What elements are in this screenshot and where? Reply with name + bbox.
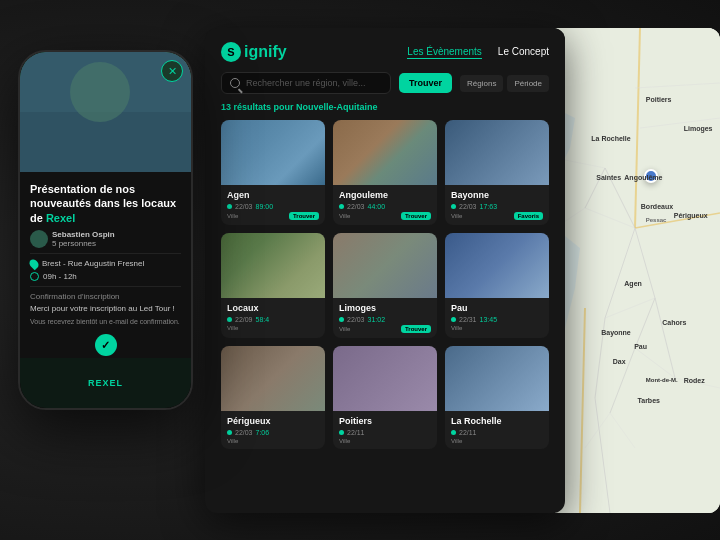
city-info-angouleme: Angouleme 22/03 44:00 Ville Trouver <box>333 185 437 225</box>
search-input-wrap[interactable]: Rechercher une région, ville... <box>221 72 391 94</box>
phone-content: Présentation de nos nouveautés dans les … <box>20 172 191 366</box>
map-label-pessac: Pessac <box>646 217 667 223</box>
map-label-angouleme: Angoulême <box>624 174 662 181</box>
city-name-pau: Pau <box>451 303 543 313</box>
city-card-pau[interactable]: Pau 22/31 13:45 Ville <box>445 233 549 338</box>
close-icon: ✕ <box>168 66 177 77</box>
city-image-agen <box>221 120 325 185</box>
phone-confirm-sub: Vous recevrez bientôt un e-mail de confi… <box>30 317 181 326</box>
city-row-poitiers: 22/11 <box>339 429 431 436</box>
city-type-larochelle: Ville <box>451 438 462 444</box>
map-label-tarbes: Tarbes <box>638 397 660 404</box>
phone-hero-image: ✕ <box>20 52 191 172</box>
city-date-angouleme: 22/03 <box>347 203 365 210</box>
city-type-bayonne: Ville <box>451 213 462 219</box>
city-card-limoges[interactable]: Limoges 22/03 31:02 Ville Trouver <box>333 233 437 338</box>
nav-item-concept[interactable]: Le Concept <box>498 46 549 59</box>
city-date-pau: 22/31 <box>459 316 477 323</box>
city-row-pau: 22/31 13:45 <box>451 316 543 323</box>
city-events-angouleme: 44:00 <box>368 203 386 210</box>
city-badge-agen[interactable]: Trouver <box>289 212 319 220</box>
city-row-perigueux: 22/03 7:06 <box>227 429 319 436</box>
presenter-info: Sebastien Ospin 5 personnes <box>52 230 115 248</box>
city-image-larochelle <box>445 346 549 411</box>
city-info-perigueux: Périgueux 22/03 7:06 Ville <box>221 411 325 449</box>
city-events-pau: 13:45 <box>480 316 498 323</box>
search-placeholder: Rechercher une région, ville... <box>246 78 366 88</box>
city-row-locaux: 22/09 58:4 <box>227 316 319 323</box>
city-info-locaux: Locaux 22/09 58:4 Ville <box>221 298 325 336</box>
city-date-limoges: 22/03 <box>347 316 365 323</box>
dot-icon <box>339 317 344 322</box>
results-info: 13 résultats pour Nouvelle-Aquitaine <box>205 102 565 120</box>
search-button[interactable]: Trouver <box>399 73 452 93</box>
city-events-limoges: 31:02 <box>368 316 386 323</box>
city-image-perigueux <box>221 346 325 411</box>
signify-panel: S ignify Les Évènements Le Concept Reche… <box>205 28 565 513</box>
phone-presenter: Sebastien Ospin 5 personnes <box>30 230 181 248</box>
city-card-larochelle[interactable]: La Rochelle 22/11 Ville <box>445 346 549 449</box>
check-circle: ✓ <box>95 334 117 356</box>
city-date-agen: 22/03 <box>235 203 253 210</box>
city-row-angouleme: 22/03 44:00 <box>339 203 431 210</box>
location-text: Brest - Rue Augustin Fresnel <box>42 259 144 268</box>
signify-nav: Les Évènements Le Concept <box>407 46 549 59</box>
phone-check: ✓ <box>30 334 181 356</box>
city-card-agen[interactable]: Agen 22/03 89:00 Ville Trouver <box>221 120 325 225</box>
search-bar: Rechercher une région, ville... Trouver … <box>205 72 565 102</box>
presenter-name: Sebastien Ospin <box>52 230 115 239</box>
phone-bottom-text: REXEL <box>88 378 123 388</box>
city-badge-bayonne[interactable]: Favoris <box>514 212 543 220</box>
map-label-mont: Mont-de-M. <box>646 377 678 383</box>
city-name-locaux: Locaux <box>227 303 319 313</box>
city-card-perigueux[interactable]: Périgueux 22/03 7:06 Ville <box>221 346 325 449</box>
map-label-cahors: Cahors <box>662 319 686 326</box>
city-badge-angouleme[interactable]: Trouver <box>401 212 431 220</box>
city-type-limoges: Ville <box>339 326 350 332</box>
map-label-dax: Dax <box>613 358 626 365</box>
map-label-poitiers: Poitiers <box>646 96 672 103</box>
phone-location: Brest - Rue Augustin Fresnel <box>30 259 181 269</box>
city-row-agen: 22/03 89:00 <box>227 203 319 210</box>
city-card-poitiers[interactable]: Poitiers 22/11 Ville <box>333 346 437 449</box>
city-name-agen: Agen <box>227 190 319 200</box>
filter-regions-button[interactable]: Régions <box>460 75 503 92</box>
city-card-bayonne[interactable]: Bayonne 22/03 17:63 Ville Favoris <box>445 120 549 225</box>
dot-icon <box>451 430 456 435</box>
city-name-perigueux: Périgueux <box>227 416 319 426</box>
nav-item-events[interactable]: Les Évènements <box>407 46 482 59</box>
city-date-bayonne: 22/03 <box>459 203 477 210</box>
results-prefix: 13 résultats pour <box>221 102 296 112</box>
presenter-role: 5 personnes <box>52 239 115 248</box>
city-name-limoges: Limoges <box>339 303 431 313</box>
dot-icon <box>339 204 344 209</box>
map-label-rodez: Rodez <box>684 377 705 384</box>
phone-mockup: ✕ Présentation de nos nouveautés dans le… <box>18 50 193 410</box>
city-card-angouleme[interactable]: Angouleme 22/03 44:00 Ville Trouver <box>333 120 437 225</box>
search-icon <box>230 78 240 88</box>
phone-close-button[interactable]: ✕ <box>161 60 183 82</box>
dot-icon <box>451 317 456 322</box>
city-image-bayonne <box>445 120 549 185</box>
phone-divider-1 <box>30 253 181 254</box>
city-type-pau: Ville <box>451 325 462 331</box>
city-type-agen: Ville <box>227 213 238 219</box>
signify-logo: S ignify <box>221 42 287 62</box>
phone-brand: Rexel <box>46 212 75 224</box>
results-region: Nouvelle-Aquitaine <box>296 102 378 112</box>
map-label-limoges: Limoges <box>684 125 713 132</box>
city-type-locaux: Ville <box>227 325 238 331</box>
check-icon: ✓ <box>101 339 110 352</box>
map-label-bayonne: Bayonne <box>601 329 631 336</box>
phone-bottom: REXEL <box>20 358 191 408</box>
dot-icon <box>227 317 232 322</box>
city-card-locaux[interactable]: Locaux 22/09 58:4 Ville <box>221 233 325 338</box>
logo-letter: S <box>227 46 234 58</box>
city-badge-limoges[interactable]: Trouver <box>401 325 431 333</box>
filter-period-button[interactable]: Période <box>507 75 549 92</box>
city-info-limoges: Limoges 22/03 31:02 Ville Trouver <box>333 298 437 338</box>
dot-icon <box>227 430 232 435</box>
logo-s-circle: S <box>221 42 241 62</box>
city-row-limoges: 22/03 31:02 <box>339 316 431 323</box>
city-image-poitiers <box>333 346 437 411</box>
